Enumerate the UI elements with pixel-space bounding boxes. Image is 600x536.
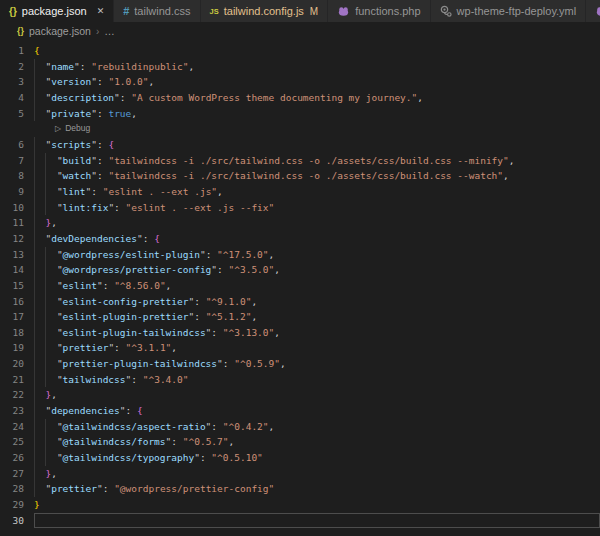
vscode-window: {}package.json✕#tailwind.cssJStailwind.c… xyxy=(0,0,600,536)
breadcrumb-ellipsis[interactable]: … xyxy=(104,25,115,37)
line-content[interactable]: "@tailwindcss/forms": "^0.5.7", xyxy=(34,434,600,450)
code-line-3[interactable]: 3"version": "1.0.0", xyxy=(0,74,600,90)
line-content[interactable]: "lint:fix": "eslint . --ext .js --fix" xyxy=(34,200,600,216)
line-content[interactable]: "lint": "eslint . --ext .js", xyxy=(34,184,600,200)
code-line-22[interactable]: 22}, xyxy=(0,387,600,403)
line-content[interactable]: "eslint-config-prettier": "^9.1.0", xyxy=(34,294,600,310)
modified-badge: M xyxy=(310,6,318,17)
tab-tailwind.config.js[interactable]: JStailwind.config.jsM xyxy=(201,0,329,22)
line-content[interactable]: }, xyxy=(34,466,600,482)
code-line-28[interactable]: 28"prettier": "@wordpress/prettier-confi… xyxy=(0,481,600,497)
line-content[interactable]: "build": "tailwindcss -i ./src/tailwind.… xyxy=(34,153,600,169)
codelens-debug-link[interactable]: ▷Debug xyxy=(0,121,600,137)
indent-guide xyxy=(45,262,56,278)
breadcrumb[interactable]: {} package.json › … xyxy=(0,22,600,40)
line-content[interactable]: }, xyxy=(34,215,600,231)
line-content[interactable]: "eslint-plugin-tailwindcss": "^3.13.0", xyxy=(34,325,600,341)
tab-tailwind.css[interactable]: #tailwind.css xyxy=(114,0,200,22)
line-number: 30 xyxy=(0,513,34,529)
indent-guide xyxy=(34,356,45,372)
line-content[interactable]: } xyxy=(34,497,600,513)
code-line-26[interactable]: 26"@tailwindcss/typography": "^0.5.10" xyxy=(0,450,600,466)
line-content[interactable]: "prettier": "^3.1.1", xyxy=(34,340,600,356)
code-line-15[interactable]: 15"eslint": "^8.56.0", xyxy=(0,278,600,294)
code-line-5[interactable]: 5"private": true, xyxy=(0,106,600,122)
line-content[interactable]: "@tailwindcss/typography": "^0.5.10" xyxy=(34,450,600,466)
tab-index.php[interactable]: index.php xyxy=(586,0,600,22)
line-content[interactable]: "tailwindcss": "^3.4.0" xyxy=(34,372,600,388)
line-content[interactable]: "dependencies": { xyxy=(34,403,600,419)
line-number: 6 xyxy=(0,137,34,153)
line-content[interactable]: "watch": "tailwindcss -i ./src/tailwind.… xyxy=(34,168,600,184)
line-content[interactable] xyxy=(34,513,600,529)
code-line-25[interactable]: 25"@tailwindcss/forms": "^0.5.7", xyxy=(0,434,600,450)
line-content[interactable]: "eslint-plugin-prettier": "^5.1.2", xyxy=(34,309,600,325)
indent-guide xyxy=(45,184,56,200)
line-content[interactable]: "@tailwindcss/aspect-ratio": "^0.4.2", xyxy=(34,419,600,435)
line-number: 22 xyxy=(0,387,34,403)
line-content[interactable]: "eslint": "^8.56.0", xyxy=(34,278,600,294)
line-content[interactable]: "prettier": "@wordpress/prettier-config" xyxy=(34,481,600,497)
line-content[interactable]: "description": "A custom WordPress theme… xyxy=(34,90,600,106)
tab-package.json[interactable]: {}package.json✕ xyxy=(0,0,114,22)
code-line-2[interactable]: 2"name": "rebuildinpublic", xyxy=(0,59,600,75)
code-line-24[interactable]: 24"@tailwindcss/aspect-ratio": "^0.4.2", xyxy=(0,419,600,435)
code-line-16[interactable]: 16"eslint-config-prettier": "^9.1.0", xyxy=(0,294,600,310)
line-content[interactable]: "private": true, xyxy=(34,106,600,122)
code-line-14[interactable]: 14"@wordpress/prettier-config": "^3.5.0"… xyxy=(0,262,600,278)
code-line-1[interactable]: 1{ xyxy=(0,43,600,59)
code-line-23[interactable]: 23"dependencies": { xyxy=(0,403,600,419)
indent-guide xyxy=(34,90,45,106)
code-line-13[interactable]: 13"@wordpress/eslint-plugin": "^17.5.0", xyxy=(0,247,600,263)
indent-guide xyxy=(34,200,45,216)
indent-guide xyxy=(34,450,45,466)
breadcrumb-file[interactable]: package.json xyxy=(29,25,91,37)
line-number: 19 xyxy=(0,340,34,356)
php-icon xyxy=(595,6,600,16)
tab-label: functions.php xyxy=(355,5,420,17)
line-content[interactable]: "prettier-plugin-tailwindcss": "^0.5.9", xyxy=(34,356,600,372)
code-line-8[interactable]: 8"watch": "tailwindcss -i ./src/tailwind… xyxy=(0,168,600,184)
indent-guide xyxy=(45,419,56,435)
code-line-19[interactable]: 19"prettier": "^3.1.1", xyxy=(0,340,600,356)
line-content[interactable]: "scripts": { xyxy=(34,137,600,153)
indent-guide xyxy=(34,262,45,278)
code-line-29[interactable]: 29} xyxy=(0,497,600,513)
indent-guide xyxy=(45,309,56,325)
line-content[interactable]: "@wordpress/eslint-plugin": "^17.5.0", xyxy=(34,247,600,263)
code-line-4[interactable]: 4"description": "A custom WordPress them… xyxy=(0,90,600,106)
line-number: 24 xyxy=(0,419,34,435)
line-content[interactable]: "devDependencies": { xyxy=(34,231,600,247)
code-line-6[interactable]: 6"scripts": { xyxy=(0,137,600,153)
code-line-21[interactable]: 21"tailwindcss": "^3.4.0" xyxy=(0,372,600,388)
code-line-30[interactable]: 30 xyxy=(0,513,600,529)
line-content[interactable]: "version": "1.0.0", xyxy=(34,74,600,90)
tab-wp-theme-ftp-deploy.yml[interactable]: wp-theme-ftp-deploy.yml xyxy=(431,0,587,22)
code-area[interactable]: 1{2"name": "rebuildinpublic",3"version":… xyxy=(0,40,600,528)
code-line-17[interactable]: 17"eslint-plugin-prettier": "^5.1.2", xyxy=(0,309,600,325)
line-number: 28 xyxy=(0,481,34,497)
close-icon[interactable]: ✕ xyxy=(97,6,105,16)
line-content[interactable]: "@wordpress/prettier-config": "^3.5.0", xyxy=(34,262,600,278)
line-number: 9 xyxy=(0,184,34,200)
code-line-18[interactable]: 18"eslint-plugin-tailwindcss": "^3.13.0"… xyxy=(0,325,600,341)
code-line-9[interactable]: 9"lint": "eslint . --ext .js", xyxy=(0,184,600,200)
code-line-11[interactable]: 11}, xyxy=(0,215,600,231)
tab-label: wp-theme-ftp-deploy.yml xyxy=(457,5,577,17)
code-line-7[interactable]: 7"build": "tailwindcss -i ./src/tailwind… xyxy=(0,153,600,169)
indent-guide xyxy=(45,168,56,184)
code-line-20[interactable]: 20"prettier-plugin-tailwindcss": "^0.5.9… xyxy=(0,356,600,372)
code-line-27[interactable]: 27}, xyxy=(0,466,600,482)
line-number: 8 xyxy=(0,168,34,184)
line-number: 15 xyxy=(0,278,34,294)
indent-guide xyxy=(34,481,45,497)
indent-guide xyxy=(34,434,45,450)
line-content[interactable]: }, xyxy=(34,387,600,403)
line-number: 17 xyxy=(0,309,34,325)
tab-functions.php[interactable]: functions.php xyxy=(328,0,430,22)
line-content[interactable]: { xyxy=(34,43,600,59)
code-line-10[interactable]: 10"lint:fix": "eslint . --ext .js --fix" xyxy=(0,200,600,216)
indent-guide xyxy=(45,372,56,388)
line-content[interactable]: "name": "rebuildinpublic", xyxy=(34,59,600,75)
code-line-12[interactable]: 12"devDependencies": { xyxy=(0,231,600,247)
